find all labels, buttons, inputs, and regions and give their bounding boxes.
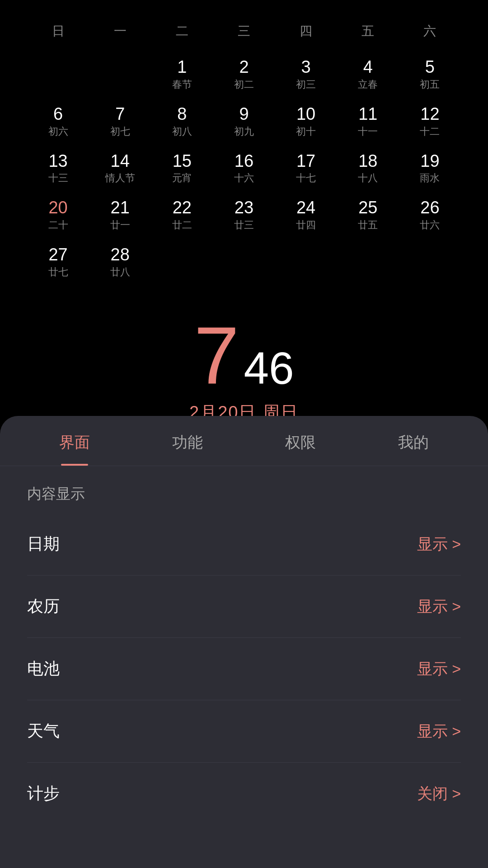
- calendar-day[interactable]: 27廿七: [27, 241, 89, 283]
- calendar-day[interactable]: 16十六: [213, 147, 275, 190]
- calendar-header: 日一二三四五六: [27, 18, 461, 44]
- day-lunar: 初五: [420, 78, 440, 91]
- tab-function[interactable]: 功能: [131, 416, 244, 466]
- calendar-day[interactable]: 6初六: [27, 100, 89, 143]
- day-number: 23: [235, 198, 253, 217]
- calendar-day[interactable]: 9初九: [213, 100, 275, 143]
- settings-item-value: 关闭 >: [417, 783, 461, 804]
- day-number: 28: [111, 245, 130, 264]
- day-number: 9: [239, 105, 249, 124]
- day-number: 20: [48, 198, 67, 217]
- section-title: 内容显示: [0, 466, 488, 513]
- day-lunar: 初七: [110, 125, 130, 138]
- calendar-day[interactable]: 17十七: [275, 147, 337, 190]
- day-number: 24: [296, 198, 315, 217]
- day-lunar: 廿二: [172, 218, 192, 232]
- cal-header-cell: 日: [27, 18, 89, 44]
- settings-item[interactable]: 日期显示 >: [27, 513, 461, 576]
- settings-item-label: 电池: [27, 658, 60, 680]
- calendar-day[interactable]: 19雨水: [399, 147, 461, 190]
- day-lunar: 初二: [234, 78, 254, 91]
- day-lunar: 廿一: [110, 218, 130, 232]
- clock-minute: 46: [244, 345, 294, 391]
- tab-interface[interactable]: 界面: [18, 416, 131, 466]
- settings-item-value: 显示 >: [417, 721, 461, 742]
- calendar-day[interactable]: 25廿五: [337, 194, 399, 236]
- calendar-day[interactable]: 3初三: [275, 53, 337, 96]
- day-lunar: 元宵: [172, 171, 192, 185]
- day-number: 13: [48, 152, 67, 171]
- settings-item[interactable]: 电池显示 >: [27, 638, 461, 700]
- calendar-day[interactable]: 4立春: [337, 53, 399, 96]
- day-lunar: 初八: [172, 125, 192, 138]
- clock-time: 7 46: [194, 315, 294, 396]
- day-number: 22: [173, 198, 192, 217]
- calendar-day[interactable]: 10初十: [275, 100, 337, 143]
- calendar-day[interactable]: 26廿六: [399, 194, 461, 236]
- cal-header-cell: 五: [337, 18, 399, 44]
- calendar-day[interactable]: 18十八: [337, 147, 399, 190]
- cal-header-cell: 一: [89, 18, 151, 44]
- calendar-day[interactable]: 13十三: [27, 147, 89, 190]
- tab-permission[interactable]: 权限: [244, 416, 357, 466]
- calendar-day[interactable]: 21廿一: [89, 194, 151, 236]
- tab-function-label: 功能: [172, 434, 203, 451]
- tab-mine[interactable]: 我的: [357, 416, 470, 466]
- day-lunar: 初九: [234, 125, 254, 138]
- day-lunar: 十二: [420, 125, 440, 138]
- settings-item-label: 计步: [27, 783, 60, 805]
- calendar-day[interactable]: 12十二: [399, 100, 461, 143]
- day-number: 14: [111, 152, 130, 171]
- calendar-day[interactable]: 24廿四: [275, 194, 337, 236]
- day-number: 6: [53, 105, 63, 124]
- day-lunar: 十七: [296, 171, 316, 185]
- cal-header-cell: 三: [213, 18, 275, 44]
- day-lunar: 十一: [358, 125, 378, 138]
- settings-item-value: 显示 >: [417, 596, 461, 617]
- day-number: 12: [420, 105, 439, 124]
- day-lunar: 春节: [172, 78, 192, 91]
- day-lunar: 二十: [48, 218, 68, 232]
- calendar-section: 日一二三四五六 1春节2初二3初三4立春5初五6初六7初七8初八9初九10初十1…: [0, 0, 488, 297]
- day-lunar: 廿六: [420, 218, 440, 232]
- calendar-day[interactable]: 20二十: [27, 194, 89, 236]
- day-lunar: 初十: [296, 125, 316, 138]
- calendar-day[interactable]: 1春节: [151, 53, 213, 96]
- calendar-day[interactable]: 5初五: [399, 53, 461, 96]
- calendar-day[interactable]: 8初八: [151, 100, 213, 143]
- day-lunar: 廿三: [234, 218, 254, 232]
- calendar-day[interactable]: 7初七: [89, 100, 151, 143]
- day-number: 8: [177, 105, 187, 124]
- bottom-panel: 界面 功能 权限 我的 内容显示 日期显示 >农历显示 >电池显示 >天气显示 …: [0, 416, 488, 868]
- calendar-day[interactable]: 23廿三: [213, 194, 275, 236]
- settings-item[interactable]: 天气显示 >: [27, 700, 461, 763]
- settings-item-label: 日期: [27, 533, 60, 555]
- calendar-grid: 1春节2初二3初三4立春5初五6初六7初七8初八9初九10初十11十一12十二1…: [27, 53, 461, 283]
- day-lunar: 廿七: [48, 265, 68, 279]
- day-lunar: 十六: [234, 171, 254, 185]
- day-number: 11: [358, 105, 377, 124]
- tab-interface-label: 界面: [59, 434, 90, 451]
- day-number: 5: [425, 58, 435, 77]
- settings-item[interactable]: 农历显示 >: [27, 576, 461, 638]
- day-number: 7: [115, 105, 125, 124]
- calendar-day[interactable]: 11十一: [337, 100, 399, 143]
- calendar-day[interactable]: 15元宵: [151, 147, 213, 190]
- day-lunar: 情人节: [105, 171, 135, 185]
- calendar-day[interactable]: 28廿八: [89, 241, 151, 283]
- settings-item[interactable]: 计步关闭 >: [27, 763, 461, 825]
- cal-header-cell: 四: [275, 18, 337, 44]
- day-number: 26: [420, 198, 439, 217]
- clock-hour: 7: [194, 315, 239, 396]
- calendar-day[interactable]: 14情人节: [89, 147, 151, 190]
- calendar-day[interactable]: 22廿二: [151, 194, 213, 236]
- day-number: 25: [358, 198, 377, 217]
- day-lunar: 立春: [358, 78, 378, 91]
- settings-item-label: 天气: [27, 720, 60, 742]
- day-number: 10: [296, 105, 315, 124]
- day-lunar: 廿五: [358, 218, 378, 232]
- calendar-day[interactable]: 2初二: [213, 53, 275, 96]
- day-number: 17: [296, 152, 315, 171]
- day-lunar: 初三: [296, 78, 316, 91]
- day-number: 19: [420, 152, 439, 171]
